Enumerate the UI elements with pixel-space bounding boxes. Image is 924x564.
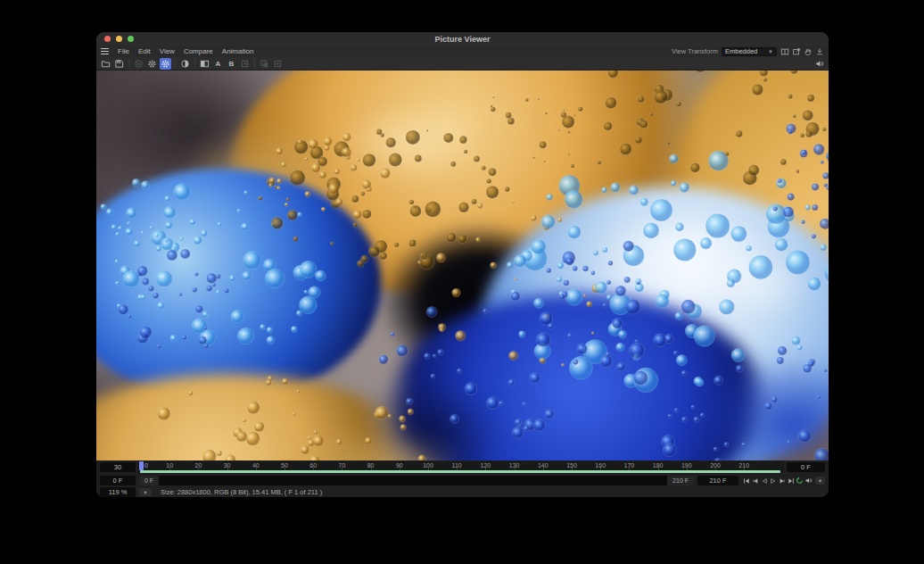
range-start-handle[interactable]: 0 F [139,476,159,485]
timeline-row: 30 1020304050607080901001101201301401501… [96,460,829,474]
status-bar: 119 % ▼ Size: 2880x1800, RGB (8 Bit), 15… [96,487,829,497]
playback-options-dropdown[interactable]: ▼ [815,477,825,485]
render-settings-gear-icon[interactable] [146,58,158,70]
menu-view[interactable]: View [160,47,175,55]
menu-compare[interactable]: Compare [184,47,213,55]
contrast-icon[interactable] [179,58,191,70]
playhead-marker[interactable] [139,461,144,470]
range-row: 0 F 0 F 210 F 210 F ▼ [96,474,829,487]
split-view-icon[interactable] [780,47,789,56]
play-backwards-button[interactable] [760,476,768,485]
menu-file[interactable]: File [118,47,129,55]
sound-toggle-button[interactable] [804,476,813,485]
loop-playback-button[interactable] [796,476,804,485]
window-title: Picture Viewer [96,35,829,44]
dock-panel-icon[interactable] [815,47,824,56]
open-file-button[interactable] [100,58,111,70]
timeline-right-field[interactable]: 0 F [787,462,825,472]
playhead-frame-label: 0 [144,462,148,469]
menu-bar: File Edit View Compare Animation View Tr… [96,46,829,57]
reload-button-disabled [133,58,144,70]
rendered-image-viewport[interactable] [96,70,829,460]
sound-icon[interactable] [813,58,825,70]
range-end-field[interactable]: 210 F [697,476,738,485]
picture-viewer-window: Picture Viewer File Edit View Compare An… [96,32,829,497]
frame-range-slider[interactable]: 0 F 210 F [139,476,694,485]
swap-ab-button-disabled [239,58,251,70]
view-transform-label: View Transform [672,47,718,55]
save-file-button[interactable] [113,58,125,70]
range-end-handle[interactable]: 210 F [667,476,694,485]
pan-hand-icon[interactable] [804,47,813,56]
go-to-start-button[interactable] [742,476,750,485]
timeline-left-field[interactable]: 30 [100,462,136,472]
next-frame-button[interactable] [778,476,786,485]
view-transform-value: Embedded [725,47,757,55]
play-forwards-button[interactable] [769,476,777,485]
transport-controls: ▼ [742,476,825,485]
hamburger-menu-icon[interactable] [101,48,109,54]
toolbar: A B [96,57,829,70]
chevron-down-icon: ▼ [768,49,773,54]
view-transform-dropdown[interactable]: Embedded ▼ [722,47,777,56]
menu-edit[interactable]: Edit [138,47,151,55]
a-image-button[interactable]: A [212,58,224,70]
range-start-field[interactable]: 0 F [100,476,136,485]
ab-compare-icon[interactable] [199,58,210,70]
menu-animation[interactable]: Animation [222,47,254,55]
previous-frame-button[interactable] [751,476,759,485]
zoom-dropdown-button[interactable]: ▼ [139,488,152,496]
copy-button-disabled [259,58,270,70]
image-info-text: Size: 2880x1800, RGB (8 Bit), 15.41 MB, … [161,488,322,496]
zoom-level-field[interactable]: 119 % [100,487,136,497]
timeline-track[interactable]: 1020304050607080901001101201301401501601… [138,461,784,473]
title-bar[interactable]: Picture Viewer [96,32,829,46]
paste-button-disabled [272,58,284,70]
cached-frames-bar [140,470,780,473]
open-new-window-icon[interactable] [792,47,801,56]
artwork-bubbles [96,70,829,460]
go-to-end-button[interactable] [787,476,795,485]
b-image-button[interactable]: B [226,58,237,70]
filter-settings-gear-icon[interactable] [160,58,171,70]
